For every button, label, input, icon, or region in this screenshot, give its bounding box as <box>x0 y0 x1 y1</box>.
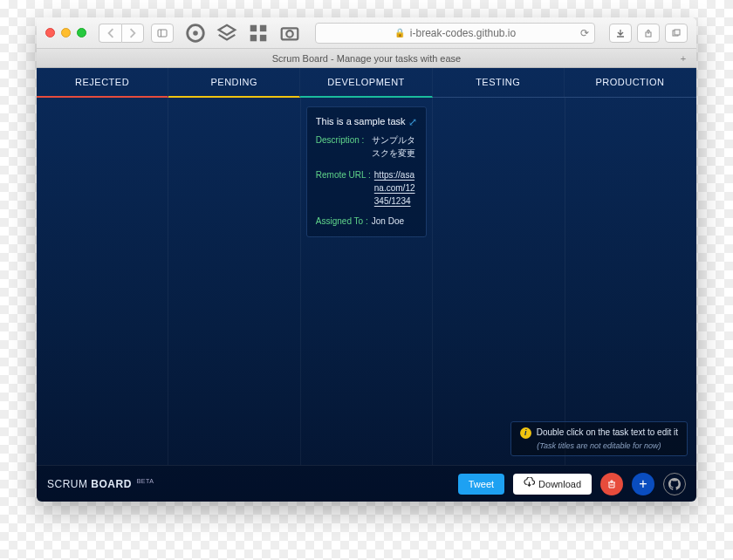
browser-window: 🔒 i-break-codes.github.io ⟳ Scrum Board … <box>37 17 696 502</box>
svg-point-9 <box>286 31 292 37</box>
app-footer: SCRUM BOARD BETA Tweet Download + <box>37 465 696 502</box>
column-pending[interactable] <box>168 98 300 465</box>
url-bar[interactable]: 🔒 i-break-codes.github.io ⟳ <box>315 23 595 44</box>
task-card[interactable]: ⤢ This is a sample task Description サンプル… <box>306 106 427 237</box>
assigned-to-label: Assigned To <box>316 215 368 228</box>
svg-rect-7 <box>260 34 266 40</box>
tab-bar: Scrum Board - Manage your tasks with eas… <box>37 49 696 68</box>
board: ⤢ This is a sample task Description サンプル… <box>37 98 696 465</box>
hint-tooltip: iDouble click on the task text to edit i… <box>510 421 688 456</box>
nav-back-forward <box>99 24 144 43</box>
layers-icon[interactable] <box>216 24 238 43</box>
right-controls <box>609 24 688 43</box>
github-icon <box>668 478 681 490</box>
grid-icon[interactable] <box>247 24 270 43</box>
expand-icon[interactable]: ⤢ <box>408 116 417 128</box>
window-minimize-button[interactable] <box>61 28 71 38</box>
toolbar-icons <box>184 24 301 43</box>
delete-button[interactable] <box>600 473 623 495</box>
column-header-rejected[interactable]: REJECTED <box>37 68 168 98</box>
svg-rect-6 <box>250 34 257 40</box>
forward-button[interactable] <box>121 24 144 43</box>
window-close-button[interactable] <box>45 28 55 38</box>
tabs-button[interactable] <box>665 24 688 43</box>
svg-rect-0 <box>158 30 167 37</box>
hint-line-1: iDouble click on the task text to edit i… <box>520 427 678 439</box>
assigned-to-value[interactable]: Jon Doe <box>372 215 417 228</box>
app-content: REJECTED PENDING DEVELOPMENT TESTING PRO… <box>37 68 696 502</box>
add-task-button[interactable]: + <box>632 473 654 495</box>
info-icon: i <box>520 427 531 439</box>
column-header-production[interactable]: PRODUCTION <box>565 68 696 97</box>
camera-icon[interactable] <box>278 24 301 43</box>
column-testing[interactable] <box>433 98 565 465</box>
sidebar-toggle-button[interactable] <box>151 24 174 43</box>
description-value[interactable]: サンプルタスクを変更 <box>372 133 417 160</box>
download-button[interactable]: Download <box>513 474 592 495</box>
lock-icon: 🔒 <box>394 28 405 38</box>
brand-logo: SCRUM BOARD BETA <box>47 478 154 490</box>
url-text: i-break-codes.github.io <box>410 27 516 39</box>
column-production[interactable]: iDouble click on the task text to edit i… <box>565 98 696 465</box>
column-development[interactable]: ⤢ This is a sample task Description サンプル… <box>301 98 433 465</box>
svg-rect-12 <box>675 30 680 35</box>
browser-chrome-top: 🔒 i-break-codes.github.io ⟳ <box>37 17 696 49</box>
browser-tab[interactable]: Scrum Board - Manage your tasks with eas… <box>37 53 696 64</box>
column-rejected[interactable] <box>37 98 168 465</box>
traffic-lights <box>45 28 86 38</box>
column-header-pending[interactable]: PENDING <box>168 68 300 98</box>
column-header-development[interactable]: DEVELOPMENT <box>300 68 432 98</box>
remote-url-label: Remote URL <box>316 168 371 208</box>
task-title[interactable]: This is a sample task <box>316 116 417 126</box>
eye-icon[interactable] <box>184 24 207 43</box>
downloads-button[interactable] <box>609 24 632 43</box>
remote-url-value[interactable]: https://asana.com/12345/1234 <box>374 168 417 208</box>
refresh-icon[interactable]: ⟳ <box>580 27 589 39</box>
tweet-button[interactable]: Tweet <box>458 474 504 495</box>
github-button[interactable] <box>663 473 686 495</box>
svg-point-3 <box>193 31 198 36</box>
back-button[interactable] <box>99 24 121 43</box>
cloud-download-icon <box>524 477 535 491</box>
svg-rect-5 <box>260 24 266 31</box>
svg-rect-4 <box>250 24 257 31</box>
new-tab-button[interactable]: + <box>675 53 691 64</box>
share-button[interactable] <box>637 24 660 43</box>
description-label: Description <box>316 133 368 160</box>
window-zoom-button[interactable] <box>77 28 86 38</box>
column-header-testing[interactable]: TESTING <box>433 68 565 97</box>
hint-line-2: (Task titles are not editable for now) <box>520 441 678 450</box>
columns-header: REJECTED PENDING DEVELOPMENT TESTING PRO… <box>37 68 696 98</box>
